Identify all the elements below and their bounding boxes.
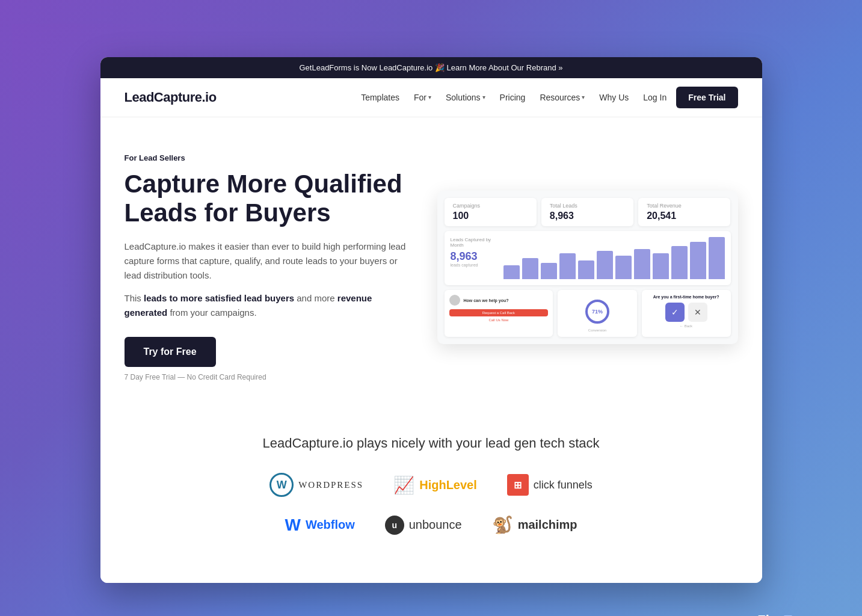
nav-links: Templates For ▾ Solutions ▾ Pricing Reso… — [361, 93, 629, 102]
chart-value: 8,963 — [451, 250, 499, 263]
navbar: LeadCapture.io Templates For ▾ Solutions… — [100, 78, 762, 117]
hero-description: LeadCapture.io makes it easier than ever… — [125, 239, 413, 283]
question-title: Are you a first-time home buyer? — [647, 295, 726, 299]
wordpress-label: WordPress — [298, 480, 363, 490]
nav-for[interactable]: For ▾ — [414, 93, 431, 102]
mailchimp-label: mailchimp — [518, 518, 577, 532]
webflow-logo: W Webflow — [285, 516, 354, 535]
mailchimp-icon: 🐒 — [492, 515, 513, 535]
stat-label: Campaigns — [453, 203, 528, 209]
unbounce-label: unbounce — [409, 518, 462, 532]
dashboard-bottom: How can we help you? Request a Call Back… — [445, 290, 731, 337]
bar-3 — [541, 263, 557, 279]
webflow-icon: W — [285, 516, 300, 535]
stat-campaigns: Campaigns 100 — [445, 198, 537, 226]
chart-title: Leads Captured by Month — [451, 237, 499, 248]
stat-value: 100 — [453, 211, 528, 221]
stat-total-leads: Total Leads 8,963 — [541, 198, 633, 226]
bar-12 — [709, 237, 725, 279]
integrations-section: LeadCapture.io plays nicely with your le… — [100, 411, 762, 583]
stat-label: Total Revenue — [647, 203, 722, 209]
stat-value: 20,541 — [647, 211, 722, 221]
yes-button[interactable]: ✓ — [665, 303, 685, 322]
bar-5 — [578, 260, 594, 279]
logos-row-1: W WordPress 📈 HighLevel ⊞ click funnels — [125, 473, 738, 497]
chevron-down-icon: ▾ — [482, 94, 485, 100]
mailchimp-logo: 🐒 mailchimp — [492, 515, 577, 535]
trial-note: 7 Day Free Trial — No Credit Card Requir… — [125, 373, 413, 381]
bar-2 — [522, 258, 538, 279]
bar-1 — [503, 265, 520, 279]
bar-7 — [615, 256, 632, 279]
bar-9 — [653, 253, 669, 279]
dashboard-mockup: Campaigns 100 Total Leads 8,963 Total Re… — [437, 191, 738, 344]
logos-row-2: W Webflow u unbounce 🐒 mailchimp — [125, 515, 738, 535]
chevron-down-icon: ▾ — [428, 94, 431, 100]
integrations-title: LeadCapture.io plays nicely with your le… — [125, 436, 738, 451]
hero-title: Capture More Qualified Leads for Buyers — [125, 170, 413, 228]
login-link[interactable]: Log In — [643, 93, 667, 102]
bar-6 — [597, 251, 613, 279]
hero-left: For Lead Sellers Capture More Qualified … — [125, 153, 413, 382]
free-trial-button[interactable]: Free Trial — [676, 87, 737, 108]
top-banner[interactable]: GetLeadForms is Now LeadCapture.io 🎉 Lea… — [100, 57, 762, 78]
bar-8 — [634, 249, 650, 279]
question-card-mini: Are you a first-time home buyer? ✓ ✕ ← B… — [642, 290, 731, 337]
back-label: ← Back — [647, 324, 726, 328]
nav-solutions[interactable]: Solutions ▾ — [446, 93, 485, 102]
clickfunnels-logo: ⊞ click funnels — [507, 474, 593, 496]
bar-4 — [559, 253, 576, 279]
highlevel-icon: 📈 — [393, 475, 414, 495]
fivetaco-watermark: FiveTaco — [757, 612, 814, 616]
wordpress-icon: W — [269, 473, 294, 497]
no-button[interactable]: ✕ — [688, 303, 707, 322]
chevron-down-icon: ▾ — [582, 94, 585, 100]
hero-tag: For Lead Sellers — [125, 153, 413, 162]
chat-bubble: How can we help you? — [464, 298, 509, 303]
highlevel-logo: 📈 HighLevel — [393, 475, 477, 495]
bar-11 — [690, 242, 706, 279]
chart-info: Leads Captured by Month 8,963 leads capt… — [451, 237, 499, 279]
hero-section: For Lead Sellers Capture More Qualified … — [100, 117, 762, 412]
stat-value: 8,963 — [550, 211, 625, 221]
chat-btn1[interactable]: Request a Call Back — [449, 309, 549, 316]
highlevel-label: HighLevel — [419, 478, 477, 492]
hero-right: Campaigns 100 Total Leads 8,963 Total Re… — [437, 191, 738, 344]
unbounce-icon: u — [385, 516, 404, 535]
logo[interactable]: LeadCapture.io — [125, 90, 217, 105]
bar-10 — [671, 246, 688, 279]
stat-label: Total Leads — [550, 203, 625, 209]
nav-pricing[interactable]: Pricing — [500, 93, 526, 102]
chart-area: Leads Captured by Month 8,963 leads capt… — [445, 231, 731, 285]
unbounce-logo: u unbounce — [385, 516, 462, 535]
chat-mini: How can we help you? Request a Call Back… — [445, 290, 553, 337]
stat-revenue: Total Revenue 20,541 — [638, 198, 730, 226]
nav-templates[interactable]: Templates — [361, 93, 399, 102]
nav-why-us[interactable]: Why Us — [599, 93, 629, 102]
gauge-area: 71% Conversion — [558, 290, 636, 337]
chart-sub: leads captured — [451, 263, 499, 267]
gauge-label: Conversion — [588, 328, 606, 332]
clickfunnels-label: click funnels — [534, 479, 593, 491]
chat-btn2[interactable]: Call Us Now — [449, 318, 549, 322]
fivetaco-text: FiveTaco — [757, 612, 814, 616]
bar-chart — [503, 237, 725, 279]
main-window: GetLeadForms is Now LeadCapture.io 🎉 Lea… — [100, 57, 762, 584]
wordpress-logo: W WordPress — [269, 473, 363, 497]
clickfunnels-icon: ⊞ — [507, 474, 529, 496]
gauge-circle: 71% — [585, 300, 609, 324]
webflow-label: Webflow — [306, 518, 355, 532]
hero-description2: This leads to more satisfied lead buyers… — [125, 291, 413, 320]
banner-text: GetLeadForms is Now LeadCapture.io 🎉 Lea… — [299, 63, 562, 72]
stats-row: Campaigns 100 Total Leads 8,963 Total Re… — [445, 198, 731, 226]
try-for-free-button[interactable]: Try for Free — [125, 337, 216, 367]
nav-resources[interactable]: Resources ▾ — [540, 93, 585, 102]
